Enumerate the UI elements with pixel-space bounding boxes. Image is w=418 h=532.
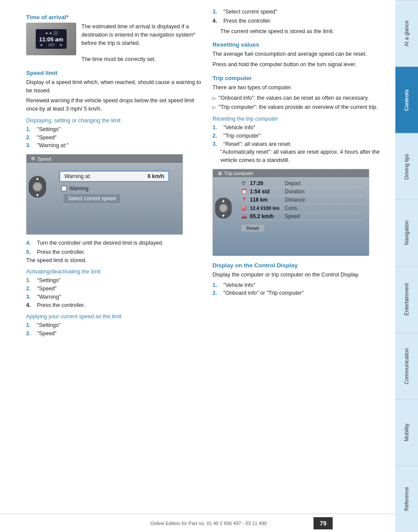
list-item: 1. "Settings" <box>26 125 204 134</box>
trip-controller-dial: ▲ ▼ <box>215 198 232 219</box>
arrival-image: ◄◄ ⬛ 11:05 am ◄ 200 ► <box>26 23 76 55</box>
list-item: 3. "Warning at:" <box>26 141 204 150</box>
page-number: 79 <box>314 517 333 529</box>
arrival-caption: The estimated time of arrival is display… <box>81 23 204 64</box>
warning-checkbox-row: Warning <box>59 185 169 192</box>
trip-screenshot: 🖥 Trip computer ▲ ▼ ⏱ 17:26 Depart. <box>212 169 369 256</box>
display-control-title: Display on the Control Display <box>212 262 387 269</box>
sidebar-tab-navigation[interactable]: Navigation <box>395 199 418 266</box>
arrow-row: ◄ 200 ► <box>39 43 64 47</box>
consumption-icon: ⛽ <box>241 205 250 211</box>
depart-icon: ⏱ <box>241 181 250 186</box>
reset-button: Reset <box>241 225 264 232</box>
trip-computer-title: Trip computer <box>212 75 387 81</box>
list-item: 5. Press the controller. <box>26 248 204 256</box>
time-of-arrival-title: Time of arrival* <box>26 14 204 20</box>
arrival-screen: ◄◄ ⬛ 11:05 am ◄ 200 ► <box>36 29 67 49</box>
list-item: 1. "Vehicle Info" <box>212 124 387 132</box>
footer: Online Edition for Part no. 01 40 2 606 … <box>0 514 395 532</box>
display-control-body: Display the computer or trip computer on… <box>212 271 387 279</box>
arrival-image-block: ◄◄ ⬛ 11:05 am ◄ 200 ► The estimated time… <box>26 23 204 64</box>
activating-title: Activating/deactivating the limit <box>26 269 204 275</box>
sidebar-tab-controls[interactable]: Controls <box>395 67 418 133</box>
list-item: 1. "Vehicle Info" <box>212 281 387 290</box>
main-content: Time of arrival* ◄◄ ⬛ 11:05 am ◄ 200 ► <box>0 0 395 514</box>
list-item: 1. "Settings" <box>26 321 204 330</box>
trip-row-duration: ⏰ 1:54 std Duration <box>241 188 362 196</box>
up-arrow-icon: ▲ <box>35 176 40 181</box>
resetting-values-body2: Press and hold the computer button on th… <box>212 61 387 69</box>
trip-down-arrow-icon: ▼ <box>221 213 226 218</box>
sidebar-tab-at-a-glance[interactable]: At a glance <box>395 0 418 67</box>
trip-computer-icon: 🖥 <box>217 171 222 176</box>
activating-steps: 1. "Settings" 2. "Speed" 3. "Warning" 4.… <box>26 276 204 309</box>
list-item: 1. "Settings" <box>26 276 204 285</box>
displaying-steps-4-5: 4. Turn the controller until the desired… <box>26 239 204 256</box>
list-item: 3. "Reset": all values are reset. <box>212 140 387 148</box>
speed-limit-body2: Renewed warning if the vehicle speed dro… <box>26 97 204 113</box>
trip-reset-row: Reset <box>235 223 369 233</box>
resetting-values-title: Resetting values <box>212 41 387 48</box>
speed-stored-text: The speed limit is stored. <box>26 256 204 265</box>
right-column: 3. "Select current speed" 4. Press the c… <box>212 8 387 509</box>
resetting-trip-steps: 1. "Vehicle Info" 2. "Trip computer" 3. … <box>212 124 387 148</box>
trip-screen: 🖥 Trip computer ▲ ▼ ⏱ 17:26 Depart. <box>213 169 369 256</box>
applying-cont-steps: 3. "Select current speed" 4. Press the c… <box>212 8 387 25</box>
trip-up-arrow-icon: ▲ <box>221 198 226 203</box>
trip-computer-bullets: "Onboard info": the values can be reset … <box>212 94 387 112</box>
applying-cont-body: The current vehicle speed is stored as t… <box>220 27 387 36</box>
trip-row-depart: ⏱ 17:26 Depart. <box>241 179 362 188</box>
warning-at-row: Warning at: 6 km/h <box>59 171 169 182</box>
displaying-title: Displaying, setting or changing the limi… <box>26 118 204 124</box>
list-item: 2. "Onboard info" or "Trip computer" <box>212 289 387 297</box>
select-speed-button: Select current speed <box>64 194 120 203</box>
speed-icon: 🚗 <box>241 213 250 219</box>
sidebar-tab-driving-tips[interactable]: Driving tips <box>395 133 418 200</box>
speed-limit-body1: Display of a speed limit which, when rea… <box>26 78 204 95</box>
applying-steps: 1. "Settings" 2. "Speed" <box>26 321 204 338</box>
left-column: Time of arrival* ◄◄ ⬛ 11:05 am ◄ 200 ► <box>26 8 204 509</box>
trip-row-consumption: ⛽ 12.4 l/100 km Cons. <box>241 204 362 212</box>
speed-limit-title: Speed limit <box>26 70 204 76</box>
display-control-steps: 1. "Vehicle Info" 2. "Onboard info" or "… <box>212 281 387 298</box>
applying-title: Applying your current speed as the limit <box>26 313 204 320</box>
trip-title-bar: 🖥 Trip computer <box>213 169 369 177</box>
list-item: 4. Press the controller. <box>212 17 387 25</box>
sidebar-tab-reference[interactable]: Reference <box>395 465 418 532</box>
footer-text: Online Edition for Part no. 01 40 2 606 … <box>150 521 266 526</box>
resetting-values-body1: The average fuel consumption and average… <box>212 50 387 58</box>
sidebar-tab-entertainment[interactable]: Entertainment <box>395 266 418 333</box>
time-display: 11:05 am <box>39 36 64 43</box>
warning-checkbox <box>61 186 67 191</box>
list-item: 2. "Speed" <box>26 285 204 293</box>
duration-icon: ⏰ <box>241 189 250 194</box>
list-item: 2. "Speed" <box>26 134 204 142</box>
sidebar-tab-communication[interactable]: Communication <box>395 333 418 399</box>
speed-settings-icon: ⚙ <box>31 156 35 162</box>
list-item: 4. Press the controller. <box>26 301 204 310</box>
list-item: "Onboard info": the values can be reset … <box>212 94 387 102</box>
distance-icon: 📍 <box>241 197 250 202</box>
speed-title-bar: ⚙ Speed <box>27 155 182 163</box>
list-item: 4. Turn the controller until the desired… <box>26 239 204 247</box>
speed-screen: ⚙ Speed ▲ ▼ Warning at: 6 km/h <box>27 155 182 234</box>
trip-row-speed: 🚗 65.2 km/h Speed <box>241 212 362 221</box>
trip-computer-body: There are two types of computer. <box>212 84 387 92</box>
trip-data-rows: ⏱ 17:26 Depart. ⏰ 1:54 std Duration 📍 11… <box>235 177 369 223</box>
sidebar: At a glance Controls Driving tips Naviga… <box>395 0 418 532</box>
resetting-trip-body: "Automatically reset": all values are re… <box>220 148 387 165</box>
trip-row-distance: 📍 118 km Distance <box>241 196 362 204</box>
speed-screenshot: ⚙ Speed ▲ ▼ Warning at: 6 km/h <box>26 154 183 235</box>
controller-dial: ▲ ▼ <box>29 176 46 198</box>
list-item: 3. "Warning" <box>26 293 204 301</box>
list-item: 2. "Speed" <box>26 330 204 338</box>
sidebar-tab-mobility[interactable]: Mobility <box>395 399 418 466</box>
list-item: "Trip computer": the values provide an o… <box>212 103 387 111</box>
displaying-steps-1-3: 1. "Settings" 2. "Speed" 3. "Warning at:… <box>26 125 204 150</box>
resetting-trip-title: Resetting the trip computer <box>212 116 387 122</box>
down-arrow-icon: ▼ <box>35 193 40 198</box>
list-item: 3. "Select current speed" <box>212 8 387 16</box>
speed-content: Warning at: 6 km/h Warning Select curren… <box>51 167 178 206</box>
list-item: 2. "Trip computer" <box>212 132 387 140</box>
